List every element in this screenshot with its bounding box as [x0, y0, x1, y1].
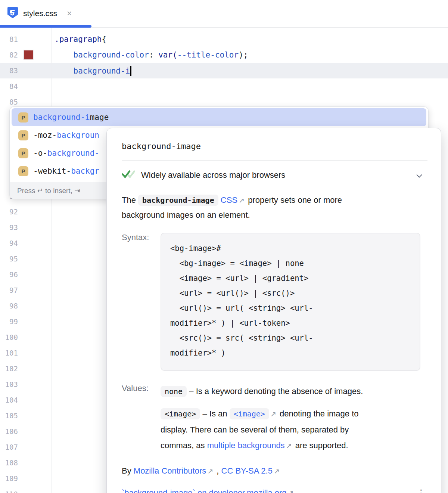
line-number: 110 — [0, 490, 18, 493]
line-number: 96 — [0, 270, 18, 279]
line-number: 103 — [0, 380, 18, 388]
syntax-label: Syntax: — [122, 233, 161, 371]
property-badge-icon: P — [18, 148, 28, 158]
mdn-source-row: `background-image` on developer.mozilla.… — [122, 486, 427, 493]
code-text: background-i — [55, 66, 131, 76]
line-number: 85 — [0, 98, 18, 106]
line-number: 98 — [0, 302, 18, 310]
mdn-link[interactable]: `background-image` on developer.mozilla.… — [122, 486, 286, 493]
external-link-icon: ↗ — [286, 442, 292, 450]
doc-title: background-image — [122, 142, 427, 151]
line-number: 104 — [0, 396, 18, 404]
line-number: 95 — [0, 255, 18, 263]
css-file-icon — [7, 7, 18, 20]
external-link-icon: ↗ — [270, 410, 276, 418]
syntax-section: Syntax: <bg-image># <bg-image> = <image>… — [122, 233, 427, 371]
tab-styles-css[interactable]: styles.css × — [0, 0, 79, 27]
baseline-status-row[interactable]: Widely available across major browsers — [122, 170, 427, 181]
baseline-check-icon — [122, 170, 135, 181]
line-number: 97 — [0, 286, 18, 294]
mozilla-contributors-link[interactable]: Mozilla Contributors — [134, 466, 206, 475]
value-image-row: <image> – Is an <image>↗ denoting the im… — [161, 406, 427, 454]
gutter-separator — [51, 28, 52, 493]
property-badge-icon: P — [18, 130, 28, 140]
attribution-separator: , — [217, 466, 219, 475]
line-number: 100 — [0, 333, 18, 341]
css-link[interactable]: CSS — [221, 195, 237, 205]
color-preview-swatch[interactable] — [23, 50, 34, 60]
completion-item-label: -moz-backgroun — [33, 131, 99, 140]
documentation-popup: background-image Widely available across… — [106, 128, 441, 493]
external-link-icon: ↗ — [274, 467, 280, 475]
completion-item-label: background-image — [33, 113, 109, 122]
line-number: 109 — [0, 474, 18, 483]
desc-line2: background images on an element. — [122, 210, 250, 220]
image-line2: display. There can be several of them, s… — [161, 425, 349, 434]
line-number: 102 — [0, 365, 18, 373]
line-number: 107 — [0, 443, 18, 451]
chevron-down-icon[interactable] — [416, 170, 422, 180]
syntax-code-block: <bg-image># <bg-image> = <image> | none … — [161, 233, 420, 371]
code-editor[interactable]: 81 .paragraph{ 82 background-color: var(… — [0, 28, 448, 493]
line-number: 105 — [0, 412, 18, 420]
line-number: 101 — [0, 349, 18, 357]
image-mid-text: – Is an — [202, 409, 227, 418]
line-number: 108 — [0, 459, 18, 467]
editor-line[interactable]: 84 — [0, 78, 448, 94]
line-number: 99 — [0, 317, 18, 326]
tab-title: styles.css — [23, 9, 57, 18]
completion-item-label: -webkit-backgr — [33, 167, 99, 176]
property-chip: background-image — [138, 195, 218, 206]
attribution-pre: By — [122, 466, 131, 475]
editor-line[interactable]: 81 .paragraph{ — [0, 31, 448, 47]
image-line3-rest: are supported. — [295, 441, 348, 450]
doc-divider — [122, 160, 427, 161]
external-link-icon: ↗ — [207, 467, 213, 475]
text-caret — [130, 66, 131, 76]
property-badge-icon: P — [18, 112, 28, 123]
desc-pre: The — [122, 195, 136, 205]
line-number: 84 — [0, 82, 18, 90]
completion-item[interactable]: P background-image — [12, 108, 426, 126]
image-line1: denoting the image to — [280, 409, 359, 418]
property-badge-icon: P — [18, 166, 28, 176]
line-number: 94 — [0, 239, 18, 247]
desc-line1: property sets one or more — [248, 195, 342, 205]
completion-item-label: -o-background- — [33, 149, 99, 158]
multiple-backgrounds-link[interactable]: multiple backgrounds — [207, 441, 285, 450]
kebab-menu-icon[interactable]: ⋮ — [416, 486, 426, 493]
attribution-row: By Mozilla Contributors↗ , CC BY-SA 2.5↗ — [122, 463, 427, 479]
none-text: – Is a keyword denoting the absence of i… — [189, 387, 363, 396]
line-number: 82 — [0, 51, 18, 59]
values-label: Values: — [122, 384, 161, 454]
line-number: 106 — [0, 427, 18, 435]
image-chip: <image> — [161, 408, 200, 419]
values-content: none – Is a keyword denoting the absence… — [161, 384, 427, 454]
code-text: background-color: var(--title-color); — [55, 50, 248, 59]
line-number: 92 — [0, 208, 18, 216]
baseline-label: Widely available across major browsers — [141, 170, 285, 180]
editor-tab-bar: styles.css × — [0, 0, 448, 28]
editor-line[interactable]: 82 background-color: var(--title-color); — [0, 47, 448, 63]
line-number: 83 — [0, 66, 18, 75]
cc-license-link[interactable]: CC BY-SA 2.5 — [221, 466, 273, 475]
syntax-code: <bg-image># <bg-image> = <image> | none … — [170, 241, 411, 360]
external-link-icon: ↗ — [239, 196, 245, 204]
code-text: .paragraph{ — [55, 35, 106, 44]
line-number: 93 — [0, 223, 18, 232]
image-link-chip[interactable]: <image> — [230, 408, 269, 419]
editor-line[interactable]: 83 background-i — [0, 63, 448, 78]
active-tab-indicator — [0, 25, 91, 28]
close-icon[interactable]: × — [67, 9, 72, 18]
image-line3-pre: commas, as — [161, 441, 205, 450]
line-number: 81 — [0, 35, 18, 43]
external-link-icon: ↗ — [287, 486, 293, 493]
values-section: Values: none – Is a keyword denoting the… — [122, 384, 427, 454]
value-none-row: none – Is a keyword denoting the absence… — [161, 384, 427, 399]
doc-description: The background-image CSS↗ property sets … — [122, 193, 427, 222]
none-chip: none — [161, 386, 187, 397]
